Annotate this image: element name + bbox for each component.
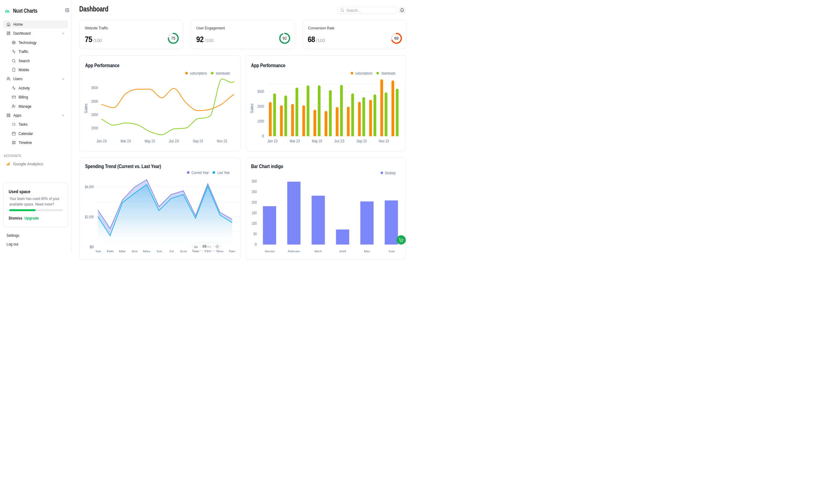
svg-text:Sales: Sales	[84, 103, 88, 113]
svg-text:May: May	[364, 249, 370, 252]
svg-text:$0: $0	[90, 244, 94, 249]
svg-text:Last Year: Last Year	[218, 170, 230, 175]
svg-text:1000: 1000	[257, 119, 264, 123]
svg-text:68: 68	[394, 36, 399, 40]
svg-text:50: 50	[253, 232, 257, 236]
svg-text:Feb: Feb	[107, 249, 114, 252]
svg-text:subscriptions: subscriptions	[190, 71, 207, 76]
svg-text:Sales: Sales	[250, 103, 254, 113]
svg-text:3000: 3000	[91, 99, 98, 104]
svg-text:May 23: May 23	[312, 139, 322, 143]
svg-text:2000: 2000	[91, 126, 98, 130]
svg-text:Nov 23: Nov 23	[217, 139, 227, 143]
svg-text:Mar 23: Mar 23	[290, 139, 300, 143]
svg-text:2500: 2500	[91, 113, 98, 117]
svg-text:3500: 3500	[91, 86, 98, 90]
svg-text:250: 250	[252, 190, 257, 194]
svg-text:Sep 23: Sep 23	[193, 139, 203, 143]
svg-text:3000: 3000	[257, 90, 264, 94]
svg-text:Aug: Aug	[180, 249, 187, 252]
svg-text:March: March	[314, 249, 322, 252]
svg-text:Jul 23: Jul 23	[169, 139, 179, 143]
svg-text:downloads: downloads	[381, 71, 396, 76]
svg-text:Jul: Jul	[169, 249, 174, 252]
svg-text:$4,000: $4,000	[85, 185, 94, 189]
svg-text:February: February	[288, 249, 300, 252]
svg-text:200: 200	[252, 200, 257, 205]
svg-text:2000: 2000	[257, 104, 264, 109]
svg-text:Jun: Jun	[156, 249, 162, 252]
svg-text:75: 75	[171, 36, 176, 40]
svg-text:150: 150	[252, 211, 257, 215]
svg-text:subscriptions: subscriptions	[355, 71, 373, 76]
svg-text:0: 0	[255, 242, 257, 247]
svg-text:100: 100	[252, 221, 257, 226]
svg-text:Current Year: Current Year	[192, 170, 209, 175]
svg-text:Jul 23: Jul 23	[334, 139, 344, 143]
svg-text:Jan 23: Jan 23	[97, 139, 107, 143]
svg-text:Dec: Dec	[229, 249, 235, 252]
svg-text:Desktop: Desktop	[385, 171, 396, 175]
svg-text:June: June	[388, 249, 395, 252]
svg-text:Jan 23: Jan 23	[268, 139, 278, 143]
svg-text:downloads: downloads	[216, 71, 230, 76]
svg-text:April: April	[339, 249, 346, 252]
svg-text:Mar 23: Mar 23	[120, 139, 131, 143]
svg-text:May 23: May 23	[144, 139, 155, 143]
svg-text:$2,000: $2,000	[85, 214, 94, 219]
svg-text:Sep 23: Sep 23	[356, 139, 367, 143]
svg-text:Mar: Mar	[119, 249, 126, 252]
svg-text:May: May	[143, 249, 150, 252]
svg-text:300: 300	[252, 179, 257, 184]
svg-text:0: 0	[262, 134, 264, 138]
svg-text:January: January	[264, 249, 275, 252]
svg-text:Apr: Apr	[131, 249, 137, 252]
svg-text:Jan: Jan	[95, 249, 101, 252]
svg-text:92: 92	[283, 36, 287, 40]
svg-text:Nov 23: Nov 23	[379, 139, 389, 143]
